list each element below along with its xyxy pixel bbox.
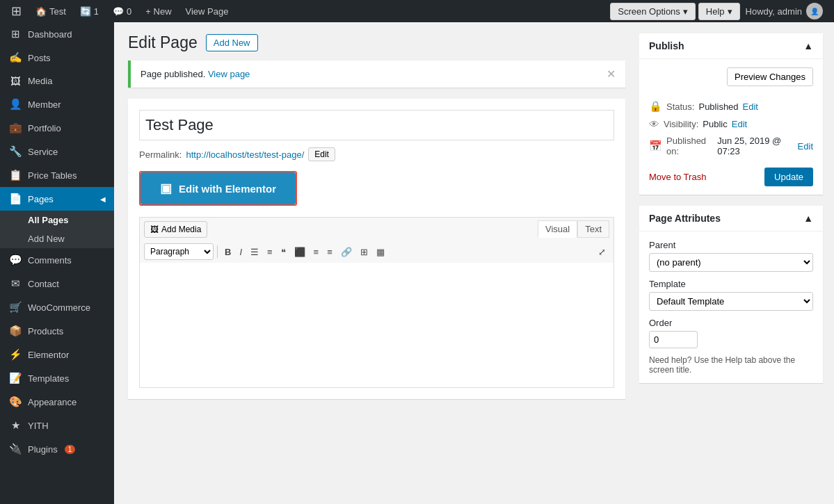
status-edit-link[interactable]: Edit: [743, 101, 758, 112]
sidebar-sub-item-all-pages[interactable]: All Pages: [0, 211, 114, 229]
ordered-list-button[interactable]: ≡: [264, 245, 276, 259]
sidebar-item-media[interactable]: 🖼 Media: [0, 70, 114, 92]
italic-button[interactable]: I: [236, 245, 246, 259]
align-right-button[interactable]: ≡: [323, 245, 336, 259]
unordered-list-button[interactable]: ☰: [247, 245, 262, 259]
howdy-text: Howdy, admin 👤: [740, 3, 828, 19]
permalink-edit-button[interactable]: Edit: [308, 147, 335, 161]
admin-bar-updates[interactable]: 🔄 1: [74, 0, 104, 22]
publish-collapse-icon[interactable]: ▲: [803, 40, 813, 51]
sidebar-item-price-tables[interactable]: 📋 Price Tables: [0, 163, 114, 187]
sidebar-item-woocommerce[interactable]: 🛒 WooCommerce: [0, 295, 114, 319]
format-toolbar: Paragraph Heading 1 Heading 2 Heading 3 …: [139, 241, 614, 263]
attributes-help-text: Need help? Use the Help tab above the sc…: [649, 355, 813, 375]
help-btn[interactable]: Help ▾: [698, 3, 740, 20]
sidebar-item-label: Contact: [28, 279, 59, 289]
woocommerce-icon: 🛒: [8, 301, 22, 314]
sidebar-item-appearance[interactable]: 🎨 Appearance: [0, 390, 114, 414]
sidebar-item-plugins[interactable]: 🔌 Plugins 1: [0, 437, 114, 461]
more-button[interactable]: ⊞: [357, 245, 371, 259]
parent-select[interactable]: (no parent): [649, 253, 813, 272]
plugins-icon: 🔌: [8, 443, 22, 455]
sidebar-item-label: Products: [28, 326, 63, 336]
admin-bar-right: Screen Options ▾ Help ▾ Howdy, admin 👤: [610, 3, 828, 20]
pages-arrow: ◀: [100, 195, 106, 203]
sidebar-item-label: Portfolio: [28, 123, 61, 133]
notice-view-link[interactable]: View page: [208, 69, 250, 79]
admin-bar-comments[interactable]: 💬 0: [107, 0, 137, 22]
sidebar-item-label: Price Tables: [28, 170, 77, 181]
add-media-button[interactable]: 🖼 Add Media: [144, 221, 207, 238]
elementor-icon: ⚡: [8, 348, 22, 361]
sidebar-item-elementor[interactable]: ⚡ Elementor: [0, 343, 114, 366]
editor-body[interactable]: [139, 263, 614, 388]
publish-notice: Page published. View page ✕: [128, 60, 625, 88]
calendar-icon: 📅: [649, 140, 662, 152]
status-row: 🔒 Status: Published Edit: [649, 100, 813, 113]
sidebar-item-contact[interactable]: ✉ Contact: [0, 272, 114, 295]
link-button[interactable]: 🔗: [337, 245, 355, 259]
admin-bar-site-name[interactable]: 🏠 Test: [30, 0, 72, 22]
visual-tab[interactable]: Visual: [538, 220, 577, 238]
bold-button[interactable]: B: [221, 245, 234, 259]
order-label: Order: [649, 318, 813, 328]
sidebar-item-comments[interactable]: 💬 Comments: [0, 248, 114, 272]
admin-bar-new[interactable]: + New: [140, 0, 177, 22]
page-header: Edit Page Add New: [128, 33, 625, 52]
sidebar-item-label: Service: [28, 147, 58, 157]
fullscreen-button[interactable]: ⤢: [595, 245, 609, 259]
main-content: Edit Page Add New Page published. View p…: [114, 22, 639, 504]
sidebar-item-yith[interactable]: ★ YITH: [0, 414, 114, 437]
move-to-trash-link[interactable]: Move to Trash: [649, 172, 706, 182]
template-select[interactable]: Default Template: [649, 292, 813, 311]
notice-close-button[interactable]: ✕: [607, 67, 616, 81]
visibility-edit-link[interactable]: Edit: [732, 119, 747, 129]
published-on-edit-link[interactable]: Edit: [798, 141, 813, 152]
sidebar-item-label: Plugins: [28, 444, 58, 455]
sidebar-item-dashboard[interactable]: ⊞ Dashboard: [0, 22, 114, 46]
published-on-row: 📅 Published on: Jun 25, 2019 @ 07:23 Edi…: [649, 136, 813, 156]
admin-bar-wp-logo[interactable]: ⊞: [6, 0, 27, 22]
blockquote-button[interactable]: ❝: [278, 245, 289, 259]
chevron-down-icon: ▾: [683, 6, 688, 17]
sidebar-item-label: Elementor: [28, 350, 69, 360]
pages-submenu: All Pages Add New: [0, 211, 114, 248]
screen-options-btn[interactable]: Screen Options ▾: [610, 3, 696, 20]
publish-box: Publish ▲ Preview Changes 🔒 Status: Publ…: [639, 33, 823, 195]
edit-with-elementor-button[interactable]: ▣ Edit with Elementor: [141, 172, 296, 204]
sidebar-item-service[interactable]: 🔧 Service: [0, 140, 114, 163]
sidebar-item-templates[interactable]: 📝 Templates: [0, 366, 114, 390]
sidebar-item-portfolio[interactable]: 💼 Portfolio: [0, 116, 114, 140]
add-new-button[interactable]: Add New: [206, 34, 258, 51]
sidebar-item-label: Appearance: [28, 397, 77, 407]
page-title-input[interactable]: [139, 110, 614, 140]
table-button[interactable]: ▦: [373, 245, 388, 259]
elementor-logo-icon: ▣: [160, 181, 172, 196]
sidebar-item-label: Media: [28, 76, 52, 86]
align-left-button[interactable]: ⬛: [291, 245, 309, 259]
sidebar-item-member[interactable]: 👤 Member: [0, 92, 114, 116]
publish-box-body: Preview Changes 🔒 Status: Published Edit…: [639, 59, 823, 195]
permalink-link[interactable]: http://localhost/test/test-page/: [186, 149, 304, 160]
admin-bar-view-page[interactable]: View Page: [180, 0, 234, 22]
align-center-button[interactable]: ≡: [310, 245, 323, 259]
attributes-collapse-icon[interactable]: ▲: [803, 213, 813, 224]
page-attributes-body: Parent (no parent) Template Default Temp…: [639, 231, 823, 383]
sidebar-item-pages[interactable]: 📄 Pages ◀: [0, 187, 114, 211]
sidebar-item-label: Comments: [28, 255, 72, 266]
page-attributes-box: Page Attributes ▲ Parent (no parent) Tem…: [639, 206, 823, 383]
sidebar-item-posts[interactable]: ✍ Posts: [0, 46, 114, 70]
preview-changes-button[interactable]: Preview Changes: [727, 67, 813, 86]
format-select[interactable]: Paragraph Heading 1 Heading 2 Heading 3 …: [144, 243, 214, 260]
update-button[interactable]: Update: [764, 168, 813, 186]
text-tab[interactable]: Text: [577, 220, 609, 238]
order-input[interactable]: [649, 331, 698, 348]
sidebar: ⊞ Dashboard ✍ Posts 🖼 Media 👤 Member 💼 P…: [0, 22, 114, 504]
member-icon: 👤: [8, 98, 22, 111]
template-label: Template: [649, 279, 813, 289]
sidebar-sub-item-add-new[interactable]: Add New: [0, 229, 114, 248]
portfolio-icon: 💼: [8, 122, 22, 134]
yith-icon: ★: [8, 419, 22, 432]
editor-toolbar-top: 🖼 Add Media Visual Text: [139, 217, 614, 241]
sidebar-item-products[interactable]: 📦 Products: [0, 319, 114, 343]
